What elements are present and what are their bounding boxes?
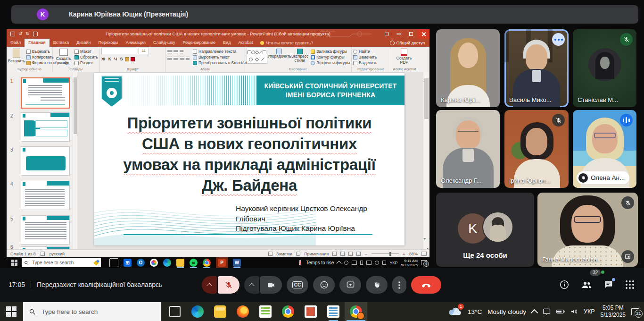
- scrollbar-thumb[interactable]: [74, 77, 77, 134]
- host-notification-icon[interactable]: 21: [631, 308, 639, 315]
- create-pdf-button[interactable]: Создать PDF: [392, 48, 416, 66]
- participant-tile-vasyl[interactable]: Василь Мико...: [504, 29, 569, 107]
- people-panel-button[interactable]: [581, 279, 592, 292]
- outlook-icon[interactable]: O: [137, 259, 145, 267]
- word-icon[interactable]: W: [233, 259, 241, 267]
- start-button[interactable]: [6, 306, 17, 317]
- replace-button[interactable]: Заменить: [353, 55, 377, 59]
- share-button[interactable]: Общий доступ: [390, 39, 429, 47]
- copilot-sparkle-icon[interactable]: [93, 260, 99, 266]
- slideshow-view-icon[interactable]: [356, 252, 361, 256]
- participant-tile-oleksandr[interactable]: Олександр Г...: [436, 110, 500, 188]
- text-direction-button[interactable]: Направление текста: [193, 49, 247, 54]
- restore-button[interactable]: [405, 29, 417, 39]
- main-scrollbar[interactable]: [423, 72, 429, 249]
- zoom-slider-knob[interactable]: [389, 252, 391, 256]
- find-button[interactable]: Найти: [353, 49, 377, 54]
- mic-toggle-button[interactable]: [218, 276, 239, 294]
- tab-slideshow[interactable]: Слайд-шоу: [149, 39, 179, 47]
- participant-tile-karyna[interactable]: Карина Юріі...: [436, 29, 500, 107]
- inner-notification-icon[interactable]: 4: [421, 260, 427, 265]
- align-text-button[interactable]: Выровнять текст: [193, 55, 247, 59]
- slideshow-icon[interactable]: [33, 32, 38, 36]
- highlight-color-icon[interactable]: [125, 57, 129, 61]
- participant-tile-iryna[interactable]: Ірина Юріївн...: [504, 110, 569, 188]
- section-button[interactable]: Раздел: [74, 60, 98, 65]
- spotify-icon[interactable]: ≋: [190, 259, 198, 267]
- tell-me-box[interactable]: Что вы хотите сделать?: [256, 39, 317, 47]
- explorer-button[interactable]: [209, 302, 231, 321]
- calc-button[interactable]: [254, 302, 277, 321]
- shapes-gallery[interactable]: [247, 48, 267, 64]
- edge-button[interactable]: [186, 302, 209, 321]
- task-view-button[interactable]: [164, 302, 186, 321]
- chrome-icon[interactable]: [203, 259, 211, 267]
- captions-button[interactable]: CC: [287, 276, 308, 294]
- normal-view-icon[interactable]: [332, 252, 337, 256]
- mic-options-button[interactable]: [202, 276, 217, 294]
- weather-condition-label[interactable]: Mostly cloudy: [487, 308, 526, 315]
- tab-home[interactable]: Главная: [25, 39, 50, 47]
- start-button[interactable]: [11, 260, 17, 266]
- comments-button[interactable]: Примечания: [304, 252, 329, 256]
- thumbnail-scrollbar[interactable]: [73, 72, 77, 249]
- shape-outline-button[interactable]: Контур фигуры: [311, 55, 350, 59]
- volume-tray-icon[interactable]: [570, 308, 578, 315]
- redo-icon[interactable]: ↻: [25, 32, 29, 36]
- tab-animations[interactable]: Анимация: [122, 39, 149, 47]
- slide-thumbnail-4[interactable]: [21, 181, 70, 210]
- slide-sorter-icon[interactable]: [340, 252, 345, 256]
- font-style-buttons[interactable]: Ж К Ч S: [101, 57, 124, 61]
- firefox-button[interactable]: [231, 302, 254, 321]
- explorer-icon[interactable]: [176, 259, 184, 267]
- camera-toggle-button[interactable]: [260, 276, 282, 294]
- align-buttons[interactable]: [167, 57, 190, 60]
- photos-icon[interactable]: [151, 260, 157, 265]
- zoom-slider[interactable]: [372, 253, 399, 254]
- tab-file[interactable]: Файл: [7, 39, 25, 47]
- quick-styles-button[interactable]: Экспресс стили: [291, 48, 308, 66]
- powerpoint-taskbar-button[interactable]: P: [216, 257, 228, 268]
- tab-acrobat[interactable]: Acrobat: [234, 39, 256, 47]
- tab-insert[interactable]: Вставка: [50, 39, 73, 47]
- host-language-indicator[interactable]: УКР: [584, 308, 595, 315]
- mic-tray-icon[interactable]: [360, 261, 363, 265]
- store-icon[interactable]: ⊞: [124, 259, 132, 267]
- ribbon-options-button[interactable]: [380, 29, 393, 39]
- more-participants-tile[interactable]: K Ще 24 особи: [436, 193, 534, 267]
- list-buttons[interactable]: [167, 50, 190, 54]
- activities-button[interactable]: [625, 280, 635, 291]
- font-name-box[interactable]: [101, 48, 137, 54]
- language-indicator[interactable]: русский: [50, 252, 65, 256]
- tab-transitions[interactable]: Переходы: [94, 39, 122, 47]
- writer-button[interactable]: [322, 302, 345, 321]
- chrome-meet-button[interactable]: [345, 302, 367, 321]
- slide-thumbnail-2[interactable]: [21, 112, 70, 142]
- temperature-label[interactable]: 13°C: [468, 308, 482, 315]
- tab-design[interactable]: Дизайн: [73, 39, 94, 47]
- slide-thumbnail-1[interactable]: [21, 77, 70, 109]
- host-clock[interactable]: 5:05 PM 5/13/2025: [601, 304, 626, 319]
- participant-tile-hanna[interactable]: Ганна Мирославівн...: [537, 193, 638, 267]
- shape-effects-button[interactable]: Эффекты фигуры: [311, 60, 350, 65]
- participant-tile-stanislav[interactable]: Станіслав М...: [573, 29, 636, 107]
- current-slide[interactable]: КИЇВСЬКИЙ СТОЛИЧНИЙ УНІВЕРСИТЕТ ІМЕНІ БО…: [94, 73, 405, 245]
- reading-view-icon[interactable]: [348, 252, 353, 256]
- impress-button[interactable]: [299, 302, 322, 321]
- teams-tray-icon[interactable]: [344, 261, 348, 265]
- slide-title[interactable]: Пріоритети зовнішньої політики США в нов…: [104, 113, 395, 196]
- spellcheck-icon[interactable]: [41, 252, 45, 256]
- chrome-tray-icon[interactable]: [375, 261, 379, 265]
- camera-options-button[interactable]: [244, 276, 259, 294]
- picture-in-picture-icon[interactable]: [621, 250, 634, 263]
- edge-icon[interactable]: [163, 259, 171, 267]
- battery-tray-icon[interactable]: [556, 309, 565, 314]
- reactions-button[interactable]: [313, 276, 335, 294]
- tray-expand-icon[interactable]: [337, 261, 342, 266]
- zoom-level[interactable]: 88%: [409, 252, 418, 256]
- undo-icon[interactable]: ↺: [18, 32, 22, 36]
- fit-slide-icon[interactable]: [421, 252, 427, 256]
- smartart-button[interactable]: Преобразовать в SmartArt: [193, 60, 247, 65]
- weather-button[interactable]: 1: [448, 306, 462, 317]
- tile-options-button[interactable]: [552, 33, 565, 46]
